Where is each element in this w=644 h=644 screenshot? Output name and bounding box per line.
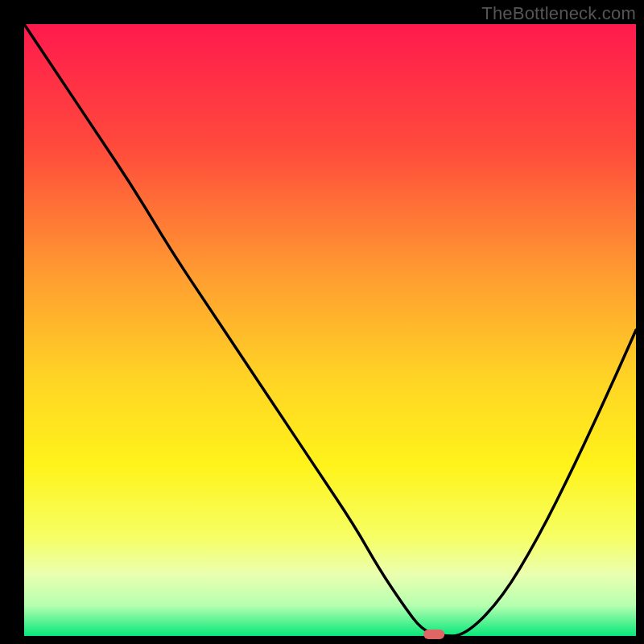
plot-background [24,24,636,636]
chart-svg [0,0,644,644]
chart-container: TheBottleneck.com [0,0,644,644]
optimal-marker [423,630,444,639]
watermark-text: TheBottleneck.com [481,3,636,24]
